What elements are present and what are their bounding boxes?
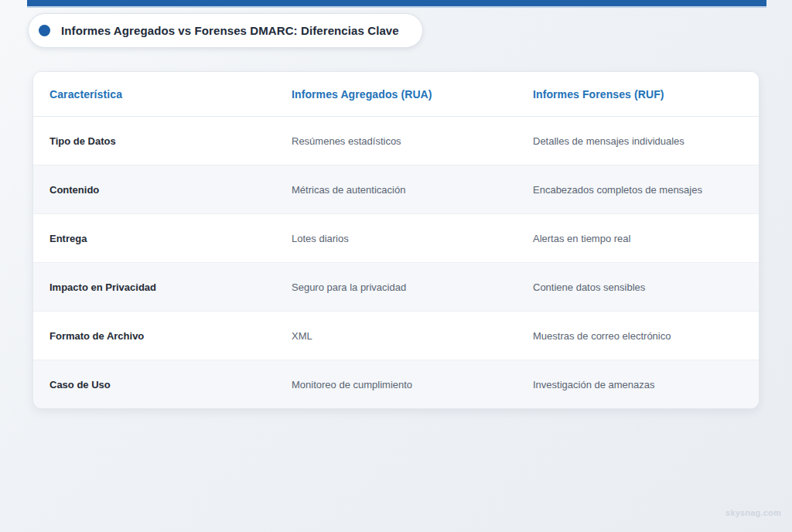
ruf-cell: Muestras de correo electrónico: [533, 330, 742, 342]
column-header-feature: Característica: [50, 88, 292, 101]
table-header-row: Característica Informes Agregados (RUA) …: [33, 72, 759, 117]
table-row: Caso de Uso Monitoreo de cumplimiento In…: [33, 360, 759, 408]
ruf-cell: Detalles de mensajes individuales: [533, 135, 742, 147]
feature-cell: Formato de Archivo: [50, 330, 292, 342]
feature-cell: Tipo de Datos: [50, 135, 292, 147]
table-row: Impacto en Privacidad Seguro para la pri…: [33, 263, 759, 312]
blue-dot-icon: [39, 25, 50, 36]
column-header-rua: Informes Agregados (RUA): [292, 88, 533, 101]
table-row: Tipo de Datos Resúmenes estadísticos Det…: [33, 117, 759, 165]
ruf-cell: Encabezados completos de mensajes: [533, 184, 742, 196]
feature-cell: Caso de Uso: [50, 379, 292, 390]
rua-cell: Lotes diarios: [292, 233, 533, 244]
rua-cell: Monitoreo de cumplimiento: [292, 379, 533, 390]
rua-cell: Seguro para la privacidad: [292, 281, 533, 293]
column-header-ruf: Informes Forenses (RUF): [533, 88, 742, 101]
page-title: Informes Agregados vs Forenses DMARC: Di…: [61, 24, 399, 37]
feature-cell: Entrega: [50, 233, 292, 244]
title-badge: Informes Agregados vs Forenses DMARC: Di…: [28, 13, 423, 48]
rua-cell: Métricas de autenticación: [292, 184, 533, 196]
top-accent-bar: [27, 0, 766, 8]
ruf-cell: Investigación de amenazas: [533, 379, 742, 390]
comparison-table: Característica Informes Agregados (RUA) …: [32, 71, 760, 409]
table-row: Formato de Archivo XML Muestras de corre…: [33, 312, 759, 360]
feature-cell: Impacto en Privacidad: [50, 281, 292, 293]
rua-cell: XML: [292, 330, 533, 342]
ruf-cell: Contiene datos sensibles: [533, 281, 742, 293]
watermark: skysnag.com: [725, 508, 781, 517]
ruf-cell: Alertas en tiempo real: [533, 233, 742, 244]
feature-cell: Contenido: [50, 184, 292, 196]
table-row: Entrega Lotes diarios Alertas en tiempo …: [33, 214, 759, 263]
table-row: Contenido Métricas de autenticación Enca…: [33, 165, 759, 214]
rua-cell: Resúmenes estadísticos: [292, 135, 533, 147]
